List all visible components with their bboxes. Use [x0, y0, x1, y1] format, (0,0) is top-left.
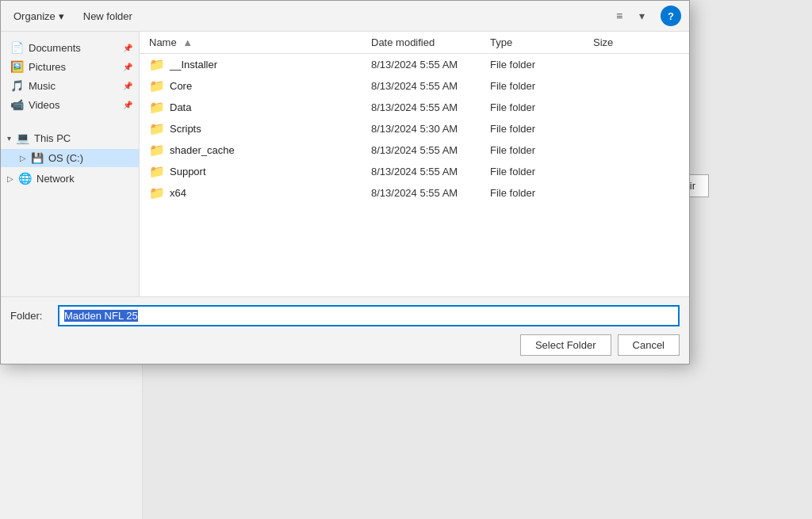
this-pc-expand-icon: ▾	[7, 134, 11, 143]
select-folder-button[interactable]: Select Folder	[520, 334, 611, 356]
sidebar-this-pc[interactable]: ▾ 💻 This PC	[1, 127, 139, 149]
network-icon: 🌐	[18, 172, 32, 185]
folder-icon-scripts: 📁	[149, 121, 165, 136]
col-header-type[interactable]: Type	[490, 36, 593, 48]
dialog-sidebar: 📄 Documents 📌 🖼️ Pictures 📌 🎵 Music 📌 📹 …	[1, 32, 140, 296]
dialog-bottom: Folder: Select Folder Cancel	[1, 296, 689, 364]
file-name-support: 📁 Support	[149, 164, 371, 179]
view-dropdown-icon[interactable]: ▾	[632, 6, 651, 25]
organize-dropdown-arrow: ▾	[59, 10, 64, 22]
col-header-name[interactable]: Name ▲	[149, 36, 371, 48]
file-row-x64[interactable]: 📁 x64 8/13/2024 5:55 AM File folder	[140, 182, 689, 204]
file-row-shader-cache[interactable]: 📁 shader_cache 8/13/2024 5:55 AM File fo…	[140, 139, 689, 161]
folder-label: Folder:	[10, 310, 50, 322]
folder-icon-x64: 📁	[149, 185, 165, 200]
file-row-installer[interactable]: 📁 __Installer 8/13/2024 5:55 AM File fol…	[140, 54, 689, 75]
sidebar-item-osc[interactable]: ▷ 💾 OS (C:)	[1, 149, 139, 167]
dialog-filelist: Name ▲ Date modified Type Size 📁	[140, 32, 689, 296]
dialog-toolbar: Organize ▾ New folder ≡ ▾ ?	[1, 1, 689, 32]
file-name-x64: 📁 x64	[149, 185, 371, 200]
pin-icon: 📌	[123, 44, 132, 52]
folder-input-row: Folder:	[10, 305, 680, 326]
file-name-scripts: 📁 Scripts	[149, 121, 371, 136]
folder-icon-core: 📁	[149, 78, 165, 93]
sidebar-item-music[interactable]: 🎵 Music 📌	[1, 76, 139, 95]
folder-icon-support: 📁	[149, 164, 165, 179]
dialog-content: 📄 Documents 📌 🖼️ Pictures 📌 🎵 Music 📌 📹 …	[1, 32, 689, 296]
view-options: ≡ ▾	[610, 6, 651, 25]
folder-icon-data: 📁	[149, 100, 165, 115]
list-view-icon[interactable]: ≡	[610, 6, 629, 25]
videos-folder-icon: 📹	[10, 98, 24, 111]
sidebar-item-pictures[interactable]: 🖼️ Pictures 📌	[1, 57, 139, 76]
pin-icon-videos: 📌	[123, 101, 132, 109]
folder-input[interactable]	[58, 305, 680, 326]
dialog-buttons: Select Folder Cancel	[10, 334, 680, 356]
network-expand-icon: ▷	[7, 174, 13, 183]
name-sort-arrow: ▲	[182, 36, 193, 48]
file-name-installer: 📁 __Installer	[149, 57, 371, 72]
sidebar-item-videos[interactable]: 📹 Videos 📌	[1, 95, 139, 114]
cancel-button[interactable]: Cancel	[618, 334, 680, 356]
file-name-data: 📁 Data	[149, 100, 371, 115]
folder-icon: 📁	[149, 57, 165, 72]
sidebar-network[interactable]: ▷ 🌐 Network	[1, 167, 139, 189]
osc-expand-icon: ▷	[20, 154, 26, 162]
file-name-shader-cache: 📁 shader_cache	[149, 143, 371, 158]
new-folder-button[interactable]: New folder	[79, 8, 137, 25]
pictures-folder-icon: 🖼️	[10, 60, 24, 73]
file-row-scripts[interactable]: 📁 Scripts 8/13/2024 5:30 AM File folder	[140, 118, 689, 139]
osc-drive-icon: 💾	[31, 152, 44, 164]
pin-icon-music: 📌	[123, 82, 132, 90]
col-header-size[interactable]: Size	[593, 36, 680, 48]
filelist-scroll[interactable]: 📁 __Installer 8/13/2024 5:55 AM File fol…	[140, 54, 689, 296]
music-folder-icon: 🎵	[10, 79, 24, 92]
file-row-core[interactable]: 📁 Core 8/13/2024 5:55 AM File folder	[140, 75, 689, 97]
file-row-data[interactable]: 📁 Data 8/13/2024 5:55 AM File folder	[140, 97, 689, 118]
folder-icon-shader: 📁	[149, 143, 165, 158]
sidebar-item-documents[interactable]: 📄 Documents 📌	[1, 38, 139, 57]
file-row-support[interactable]: 📁 Support 8/13/2024 5:55 AM File folder	[140, 161, 689, 182]
help-button[interactable]: ?	[661, 6, 681, 26]
file-picker-dialog: Organize ▾ New folder ≡ ▾ ? 📄 Documents …	[0, 0, 690, 364]
pin-icon-pictures: 📌	[123, 63, 132, 71]
file-name-core: 📁 Core	[149, 78, 371, 93]
documents-folder-icon: 📄	[10, 41, 24, 54]
col-header-date[interactable]: Date modified	[371, 36, 490, 48]
filelist-header: Name ▲ Date modified Type Size	[140, 32, 689, 54]
this-pc-icon: 💻	[16, 132, 29, 144]
organize-button[interactable]: Organize ▾	[9, 8, 69, 25]
